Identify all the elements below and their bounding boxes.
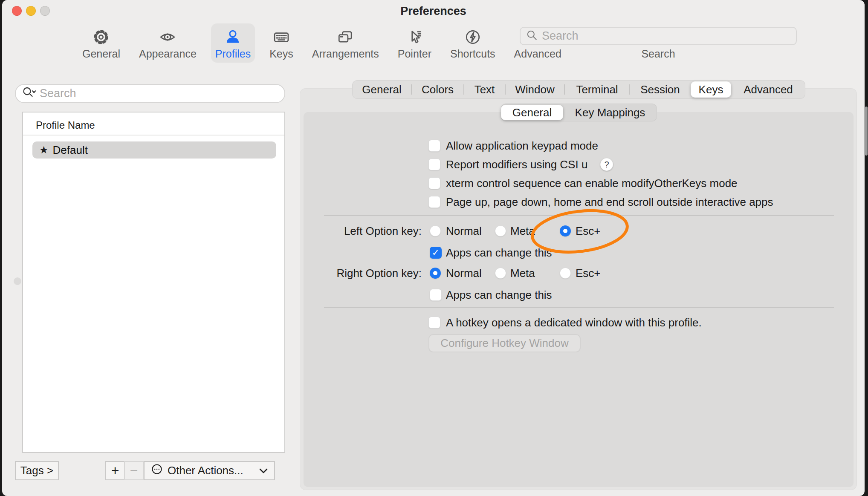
divider bbox=[23, 135, 284, 136]
help-button[interactable]: ? bbox=[600, 158, 613, 171]
toolbar-item-label: General bbox=[82, 47, 120, 60]
profile-search-input[interactable] bbox=[40, 87, 278, 100]
checkbox-label: Report modifiers using CSI u bbox=[446, 158, 587, 171]
toolbar-item-arrangements[interactable]: Arrangements bbox=[308, 23, 383, 63]
divider bbox=[324, 307, 834, 308]
profile-name: Default bbox=[53, 144, 88, 157]
cursor-icon bbox=[406, 27, 423, 47]
minus-icon: − bbox=[130, 463, 138, 479]
profile-list: Profile Name ★ Default bbox=[22, 112, 285, 453]
other-actions-dropdown[interactable]: Other Actions... bbox=[144, 461, 275, 480]
toolbar-search-field[interactable] bbox=[520, 27, 797, 45]
toolbar-item-label: Appearance bbox=[139, 47, 197, 60]
checkbox-left-apps-change[interactable] bbox=[430, 247, 442, 259]
screen: Preferences General Appea bbox=[0, 0, 868, 496]
remove-profile-button[interactable]: − bbox=[124, 461, 144, 480]
plus-icon: + bbox=[111, 463, 119, 479]
checkbox-label: xterm control sequence can enable modify… bbox=[446, 177, 738, 190]
checkbox-label: Apps can change this bbox=[446, 246, 552, 259]
tab-general[interactable]: General bbox=[352, 80, 411, 99]
subtab-general[interactable]: General bbox=[501, 105, 563, 120]
right-option-key-label: Right Option key: bbox=[301, 267, 422, 280]
lightning-icon bbox=[464, 27, 481, 47]
windows-icon bbox=[337, 27, 354, 47]
checkbox-csi-u[interactable] bbox=[428, 159, 440, 170]
toolbar-item-shortcuts[interactable]: Shortcuts bbox=[446, 23, 500, 63]
toolbar-item-profiles[interactable]: Profiles bbox=[211, 23, 255, 63]
configure-hotkey-window-label: Configure Hotkey Window bbox=[440, 337, 569, 350]
toolbar-item-label: Profiles bbox=[215, 47, 251, 60]
tab-text[interactable]: Text bbox=[464, 80, 505, 99]
subtab-key-mappings[interactable]: Key Mappings bbox=[563, 104, 657, 121]
radio-right-normal[interactable] bbox=[430, 268, 441, 279]
toolbar-item-keys[interactable]: Keys bbox=[265, 23, 298, 63]
configure-hotkey-window-button[interactable]: Configure Hotkey Window bbox=[428, 334, 581, 352]
radio-label: Esc+ bbox=[576, 225, 601, 237]
toolbar-item-label: Pointer bbox=[398, 47, 431, 60]
checkbox-label: A hotkey opens a dedicated window with t… bbox=[446, 316, 702, 329]
radio-label: Normal bbox=[446, 267, 482, 280]
background-scrollbar-thumb bbox=[865, 107, 868, 156]
radio-label: Esc+ bbox=[576, 267, 601, 280]
tags-button-label: Tags > bbox=[20, 464, 53, 477]
star-icon: ★ bbox=[39, 144, 49, 156]
radio-left-esc[interactable] bbox=[560, 225, 571, 236]
checkbox-label: Page up, page down, home and end scroll … bbox=[446, 196, 773, 208]
toolbar-item-appearance[interactable]: Appearance bbox=[135, 23, 201, 63]
keys-subtabs: General Key Mappings bbox=[501, 104, 657, 121]
toolbar-item-pointer[interactable]: Pointer bbox=[393, 23, 436, 63]
profile-search-field[interactable] bbox=[15, 84, 285, 103]
add-profile-button[interactable]: + bbox=[105, 461, 125, 480]
checkbox-right-apps-change[interactable] bbox=[430, 289, 442, 301]
checkbox-page-scroll[interactable] bbox=[428, 196, 440, 208]
checkbox-modify-other-keys[interactable] bbox=[428, 177, 440, 189]
circle-ellipsis-icon bbox=[150, 463, 163, 479]
checkbox-keypad-mode[interactable] bbox=[428, 140, 440, 152]
checkbox-label: Apps can change this bbox=[446, 288, 552, 301]
profile-row-default[interactable]: ★ Default bbox=[32, 141, 276, 159]
search-menu-icon bbox=[22, 86, 36, 102]
toolbar-item-label: Keys bbox=[269, 47, 293, 60]
preferences-window: Preferences General Appea bbox=[2, 0, 865, 496]
toolbar-item-general[interactable]: General bbox=[78, 23, 124, 63]
radio-right-meta[interactable] bbox=[495, 268, 506, 279]
splitter-handle-dot[interactable] bbox=[14, 277, 21, 285]
profile-tabs: General Colors Text Window Terminal Sess… bbox=[352, 80, 805, 99]
tab-terminal[interactable]: Terminal bbox=[564, 80, 630, 99]
window-title: Preferences bbox=[2, 5, 865, 18]
radio-label: Meta bbox=[510, 225, 535, 237]
checkbox-hotkey-window[interactable] bbox=[428, 317, 440, 329]
toolbar-item-label: Arrangements bbox=[312, 47, 379, 60]
radio-label: Meta bbox=[510, 267, 535, 280]
profile-list-header: Profile Name bbox=[36, 119, 95, 131]
radio-right-esc[interactable] bbox=[560, 268, 571, 279]
toolbar-search-caption: Search bbox=[520, 48, 797, 60]
tags-button[interactable]: Tags > bbox=[15, 461, 59, 480]
tab-keys[interactable]: Keys bbox=[691, 81, 731, 98]
preferences-toolbar: General Appearance Profiles bbox=[78, 23, 566, 63]
gear-icon bbox=[93, 27, 110, 47]
toolbar-search-input[interactable] bbox=[542, 29, 791, 43]
divider bbox=[324, 215, 834, 216]
other-actions-label: Other Actions... bbox=[168, 464, 243, 477]
checkbox-label: Allow application keypad mode bbox=[446, 139, 598, 152]
search-icon bbox=[526, 29, 538, 43]
left-option-key-label: Left Option key: bbox=[301, 225, 422, 237]
keyboard-icon bbox=[273, 27, 290, 47]
tab-advanced[interactable]: Advanced bbox=[731, 80, 805, 99]
radio-left-normal[interactable] bbox=[430, 225, 441, 236]
chevron-down-icon bbox=[259, 464, 268, 477]
radio-label: Normal bbox=[446, 225, 482, 237]
tab-window[interactable]: Window bbox=[505, 80, 564, 99]
radio-left-meta[interactable] bbox=[495, 225, 506, 236]
tab-colors[interactable]: Colors bbox=[411, 80, 464, 99]
person-icon bbox=[224, 27, 241, 47]
toolbar-item-label: Shortcuts bbox=[450, 47, 495, 60]
tab-session[interactable]: Session bbox=[630, 80, 691, 99]
eye-icon bbox=[159, 27, 176, 47]
